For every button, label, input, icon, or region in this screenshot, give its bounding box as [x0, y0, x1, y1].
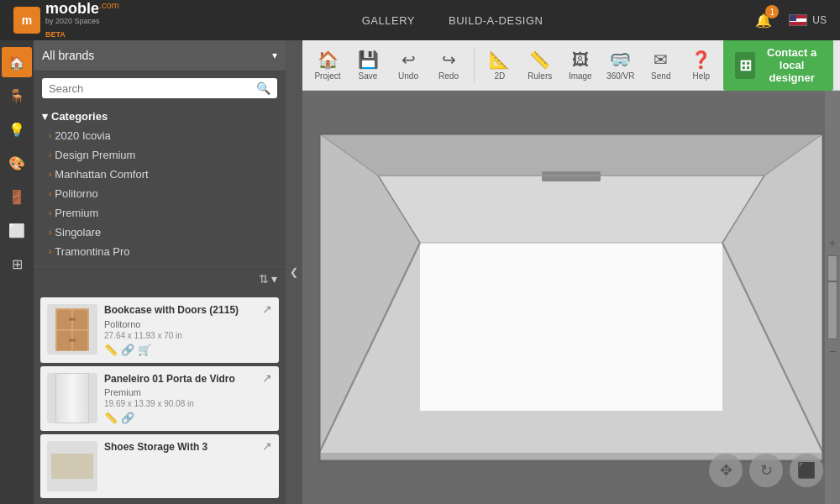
twod-button[interactable]: 📐 2D	[481, 46, 518, 84]
project-button[interactable]: 🏠 Project	[309, 46, 346, 84]
image-icon: 🖼	[572, 50, 589, 70]
svg-marker-10	[378, 176, 764, 243]
room-svg	[311, 125, 832, 470]
sidebar-collapse-button[interactable]: ❮	[286, 40, 302, 504]
product-thumb-2	[47, 441, 97, 491]
logo-main: mooble	[45, 0, 99, 17]
dropdown-arrow-icon: ▾	[272, 50, 277, 61]
categories-section: ▾ Categories › 2020 Icovia › Design Prem…	[34, 105, 286, 266]
sort-arrow-icon: ▾	[271, 272, 277, 286]
icon-bar-home[interactable]: 🏠	[2, 47, 32, 77]
brand-dropdown[interactable]: All brands ▾	[34, 40, 286, 71]
ruler-indicator	[828, 281, 837, 282]
category-item-tramontina[interactable]: › Tramontina Pro	[42, 242, 277, 261]
product-info-0: Bookcase with Doors (2115) Politorno 27.…	[104, 304, 272, 356]
category-label: Singolare	[55, 226, 101, 239]
icon-bar-door[interactable]: 🚪	[2, 181, 32, 212]
categories-collapse-icon: ▾	[42, 110, 48, 123]
product-name-2: Shoes Storage With 3	[104, 441, 272, 454]
icon-bar-light[interactable]: 💡	[2, 114, 32, 144]
link-icon[interactable]: 🔗	[121, 412, 134, 424]
category-label: Manhattan Comfort	[55, 168, 148, 181]
zoom-out-button[interactable]: −	[829, 343, 836, 360]
top-nav: m mooble.com by 2020 Spaces BETA GALLERY…	[0, 0, 840, 40]
vr-button[interactable]: 🥽 360/VR	[602, 46, 639, 84]
redo-icon: ↪	[442, 50, 456, 70]
rotate-control-button[interactable]: ↻	[749, 454, 783, 487]
category-arrow-icon: ›	[49, 189, 51, 198]
move-control-button[interactable]: ✥	[709, 454, 743, 487]
category-item-manhattan[interactable]: › Manhattan Comfort	[42, 165, 277, 184]
help-button[interactable]: ❓ Help	[683, 46, 720, 84]
send-button[interactable]: ✉ Send	[643, 46, 680, 84]
us-flag	[789, 14, 807, 26]
undo-button[interactable]: ↩ Undo	[390, 46, 427, 84]
search-icon[interactable]: 🔍	[256, 81, 270, 95]
save-button[interactable]: 💾 Save	[349, 46, 386, 84]
product-actions-0: 📏 🔗 🛒	[104, 344, 272, 356]
categories-header[interactable]: ▾ Categories	[42, 110, 277, 123]
nav-links: GALLERY BUILD-A-DESIGN	[153, 14, 752, 27]
category-item-singolare[interactable]: › Singolare	[42, 223, 277, 242]
rulers-button[interactable]: 📏 Rulers	[522, 46, 559, 84]
category-item-politorno[interactable]: › Politorno	[42, 184, 277, 203]
category-item-2020[interactable]: › 2020 Icovia	[42, 126, 277, 145]
language-selector[interactable]: US	[789, 14, 827, 26]
product-card-2[interactable]: Shoes Storage With 3 ↗	[40, 434, 279, 498]
product-thumb-1	[47, 373, 97, 423]
twod-icon: 📐	[489, 50, 510, 70]
beta-badge: BETA	[45, 30, 66, 39]
sort-icon: ⇅	[259, 272, 269, 286]
collapse-arrow-icon: ❮	[290, 266, 298, 278]
share-icon-0[interactable]: ↗	[262, 302, 272, 316]
icon-bar-furniture[interactable]: 🪑	[2, 81, 32, 111]
redo-label: Redo	[438, 71, 459, 81]
product-card-0[interactable]: Bookcase with Doors (2115) Politorno 27.…	[40, 297, 279, 363]
link-icon[interactable]: 🔗	[121, 344, 134, 356]
image-button[interactable]: 🖼 Image	[562, 47, 599, 84]
contact-line2: designer	[762, 71, 822, 84]
project-icon: 🏠	[318, 50, 339, 70]
notification-button[interactable]: 🔔 1	[752, 8, 775, 32]
brand-dropdown-label: All brands	[42, 49, 94, 62]
redo-button[interactable]: ↪ Redo	[430, 46, 467, 84]
cube-view-button[interactable]: ⬛	[790, 454, 823, 487]
svg-point-8	[72, 339, 76, 342]
category-label: Politorno	[55, 187, 97, 200]
icon-bar: 🏠 🪑 💡 🎨 🚪 ⬜ ⊞	[0, 40, 34, 504]
main-layout: 🏠 🪑 💡 🎨 🚪 ⬜ ⊞ All brands ▾ 🔍 ▾ Categorie…	[0, 40, 840, 504]
svg-point-5	[69, 318, 72, 321]
help-icon: ❓	[690, 50, 711, 70]
product-info-2: Shoes Storage With 3	[104, 441, 272, 491]
zoom-in-button[interactable]: +	[829, 234, 836, 252]
undo-label: Undo	[398, 71, 418, 81]
logo-text-group: mooble.com by 2020 Spaces BETA	[45, 0, 119, 40]
product-card-1[interactable]: Paneleiro 01 Porta de Vidro Premium 19.6…	[40, 366, 279, 432]
product-name-1: Paneleiro 01 Porta de Vidro	[104, 373, 272, 386]
canvas-area[interactable]: ✥ ↻ ⬛ + −	[302, 91, 840, 504]
share-icon-1[interactable]: ↗	[262, 371, 272, 385]
right-ruler: + −	[825, 91, 840, 504]
save-label: Save	[359, 71, 378, 81]
share-icon-2[interactable]: ↗	[262, 439, 272, 453]
icon-bar-paint[interactable]: 🎨	[2, 148, 32, 178]
product-list: Bookcase with Doors (2115) Politorno 27.…	[34, 291, 286, 504]
nav-gallery[interactable]: GALLERY	[362, 14, 415, 27]
contact-designer-button[interactable]: ⊞ Contact a local designer	[723, 40, 833, 91]
measure-icon[interactable]: 📏	[104, 412, 118, 424]
vr-icon: 🥽	[610, 50, 631, 70]
cart-icon-0[interactable]: 🛒	[138, 344, 151, 356]
toolbar: 🏠 Project 💾 Save ↩ Undo ↪ Redo 📐 2D 📏	[302, 40, 840, 91]
icon-bar-wall[interactable]: ⬜	[2, 215, 32, 245]
logo-com: .com	[99, 0, 119, 10]
icon-bar-grid[interactable]: ⊞	[2, 249, 32, 279]
search-input[interactable]	[49, 82, 256, 95]
sort-button[interactable]: ⇅ ▾	[259, 272, 277, 286]
image-label: Image	[569, 71, 592, 81]
category-item-premium[interactable]: › Premium	[42, 203, 277, 223]
category-item-design[interactable]: › Design Premium	[42, 145, 277, 165]
send-icon: ✉	[654, 50, 668, 70]
measure-icon[interactable]: 📏	[104, 344, 118, 356]
product-thumb-0	[47, 304, 97, 354]
nav-build[interactable]: BUILD-A-DESIGN	[449, 14, 543, 27]
